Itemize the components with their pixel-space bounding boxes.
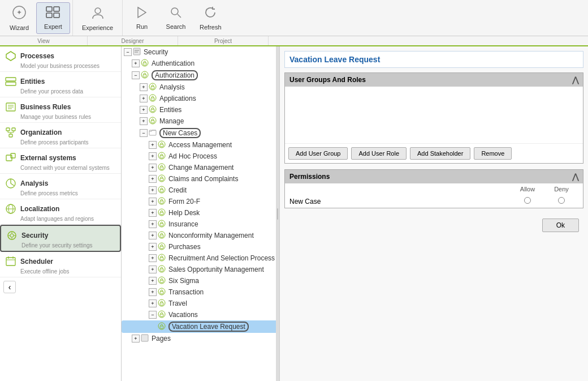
tree-expander-vacations[interactable]: − xyxy=(149,311,157,319)
tree-node-sales-opportunity[interactable]: + Sales Opportunity Management xyxy=(122,264,279,275)
tree-node-credit[interactable]: + Credit xyxy=(122,185,279,196)
new-case-allow-radio[interactable] xyxy=(524,197,531,204)
user-groups-collapse-button[interactable]: ⋀ xyxy=(572,75,578,84)
business-rules-icon xyxy=(5,101,17,113)
tree-node-insurance[interactable]: + Insurance xyxy=(122,219,279,230)
svg-rect-70 xyxy=(160,201,163,203)
tree-expander-transaction[interactable]: + xyxy=(149,288,157,296)
sidebar-item-external-systems[interactable]: External systems Connect with your exter… xyxy=(0,148,121,174)
tree-node-ad-hoc-process[interactable]: + Ad Hoc Process xyxy=(122,151,279,162)
sidebar-collapse-button[interactable]: ‹ xyxy=(3,281,16,293)
change-management-tree-icon xyxy=(158,163,167,172)
tree-expander-recruitment[interactable]: + xyxy=(149,254,157,262)
tree-expander-insurance[interactable]: + xyxy=(149,220,157,228)
svg-rect-80 xyxy=(160,258,163,260)
tree-expander-analysis[interactable]: + xyxy=(140,83,148,91)
tree-node-nonconformity[interactable]: + Nonconformity Management xyxy=(122,230,279,241)
svg-rect-2 xyxy=(46,7,52,11)
recruitment-tree-icon xyxy=(158,254,167,263)
tree-node-six-sigma[interactable]: + Six Sigma xyxy=(122,275,279,286)
tree-node-applications[interactable]: + Applications xyxy=(122,93,279,104)
tree-node-entities[interactable]: + Entities xyxy=(122,104,279,115)
sidebar-item-entities[interactable]: Entities Define your process data xyxy=(0,72,121,97)
scheduler-title: Scheduler xyxy=(20,258,53,266)
sidebar-item-scheduler[interactable]: Scheduler Execute offline jobs xyxy=(0,252,121,277)
tree-node-travel[interactable]: + Travel xyxy=(122,298,279,309)
tree-node-recruitment[interactable]: + Recruitment And Selection Process xyxy=(122,252,279,264)
new-case-deny-radio[interactable] xyxy=(558,197,565,204)
tree-panel: − Security + Authentication − Authorizat… xyxy=(122,46,280,381)
remove-button[interactable]: Remove xyxy=(474,147,512,160)
sidebar-item-security[interactable]: Security Define your security settings xyxy=(0,225,121,252)
tree-expander-change-management[interactable]: + xyxy=(149,164,157,172)
tree-expander-six-sigma[interactable]: + xyxy=(149,277,157,285)
tree-node-vacations[interactable]: − Vacations xyxy=(122,309,279,320)
tree-node-security[interactable]: − Security xyxy=(122,46,279,58)
tree-expander-nonconformity[interactable]: + xyxy=(149,232,157,239)
tree-node-help-desk[interactable]: + Help Desk xyxy=(122,207,279,219)
tree-node-new-cases[interactable]: − New Cases xyxy=(122,127,279,139)
tree-expander-claims-complaints[interactable]: + xyxy=(149,175,157,183)
tree-node-claims-complaints[interactable]: + Claims and Complaints xyxy=(122,173,279,185)
tree-node-purchases[interactable]: + Purchases xyxy=(122,241,279,252)
six-sigma-tree-icon xyxy=(158,276,167,285)
sidebar-item-analysis[interactable]: Analysis Define process metrics xyxy=(0,174,121,199)
experience-button[interactable]: Experience xyxy=(75,2,120,34)
tree-expander-entities[interactable]: + xyxy=(140,106,148,114)
expert-button[interactable]: Expert xyxy=(36,2,70,34)
svg-rect-64 xyxy=(160,167,163,169)
search-button[interactable]: Search xyxy=(159,2,193,34)
tree-node-authorization[interactable]: − Authorization xyxy=(122,69,279,82)
business-rules-title: Business Rules xyxy=(20,103,71,111)
tree-node-form-20f[interactable]: + Form 20-F xyxy=(122,196,279,207)
tree-expander-form-20f[interactable]: + xyxy=(149,198,157,206)
wizard-button[interactable]: ✦ Wizard xyxy=(2,2,36,34)
permissions-collapse-button[interactable]: ⋀ xyxy=(572,172,578,181)
designer-section-label: Designer xyxy=(88,36,178,45)
allow-header: Allow xyxy=(511,186,544,192)
tree-node-access-management[interactable]: + Access Management xyxy=(122,139,279,151)
svg-line-9 xyxy=(178,14,181,18)
tree-expander-pages[interactable]: + xyxy=(132,335,140,343)
tree-expander-purchases[interactable]: + xyxy=(149,243,157,251)
deny-header: Deny xyxy=(544,186,578,192)
tree-expander-credit[interactable]: + xyxy=(149,186,157,194)
refresh-button[interactable]: Refresh xyxy=(193,2,228,34)
sidebar-item-processes[interactable]: Processes Model your business processes xyxy=(0,46,121,72)
sidebar-item-localization[interactable]: Localization Adapt languages and regions xyxy=(0,199,121,225)
sidebar-item-organization[interactable]: Organization Define process participants xyxy=(0,123,121,148)
designer-group: Experience xyxy=(73,0,123,36)
tree-node-transaction[interactable]: + Transaction xyxy=(122,286,279,298)
add-user-group-button[interactable]: Add User Group xyxy=(288,147,348,160)
svg-line-29 xyxy=(11,183,14,186)
sidebar-item-business-rules[interactable]: Business Rules Manage your business rule… xyxy=(0,97,121,123)
tree-node-authentication[interactable]: + Authentication xyxy=(122,58,279,69)
tree-expander-manage[interactable]: + xyxy=(140,117,148,125)
tree-expander-help-desk[interactable]: + xyxy=(149,209,157,217)
tree-node-manage[interactable]: + Manage xyxy=(122,115,279,127)
tree-expander-authorization[interactable]: − xyxy=(132,71,140,79)
tree-node-analysis[interactable]: + Analysis xyxy=(122,82,279,93)
tree-label-vacations: Vacations xyxy=(168,311,198,319)
tree-expander-new-cases[interactable]: − xyxy=(140,129,148,137)
tree-expander-access-management[interactable]: + xyxy=(149,141,157,149)
security-desc: Define your security settings xyxy=(21,242,115,249)
svg-marker-10 xyxy=(6,52,15,61)
tree-node-pages[interactable]: + Pages xyxy=(122,333,279,344)
tree-expander-ad-hoc-process[interactable]: + xyxy=(149,152,157,160)
tree-node-vacation-leave-request[interactable]: Vacation Leave Request xyxy=(122,320,279,333)
tree-expander-travel[interactable]: + xyxy=(149,299,157,307)
tree-node-change-management[interactable]: + Change Management xyxy=(122,162,279,173)
add-stakeholder-button[interactable]: Add Stakeholder xyxy=(410,147,470,160)
tree-expander-authentication[interactable]: + xyxy=(132,59,140,67)
user-groups-buttons: Add User Group Add User Role Add Stakeho… xyxy=(285,143,583,163)
search-label: Search xyxy=(166,23,186,30)
run-button[interactable]: Run xyxy=(125,2,159,34)
ok-button[interactable]: Ok xyxy=(542,219,579,232)
tree-expander-security[interactable]: − xyxy=(124,48,132,56)
tree-expander-sales-opportunity[interactable]: + xyxy=(149,266,157,273)
add-user-role-button[interactable]: Add User Role xyxy=(351,147,407,160)
svg-rect-18 xyxy=(12,128,15,131)
toolbar-labels: View Designer Project xyxy=(0,36,588,46)
tree-expander-applications[interactable]: + xyxy=(140,95,148,102)
